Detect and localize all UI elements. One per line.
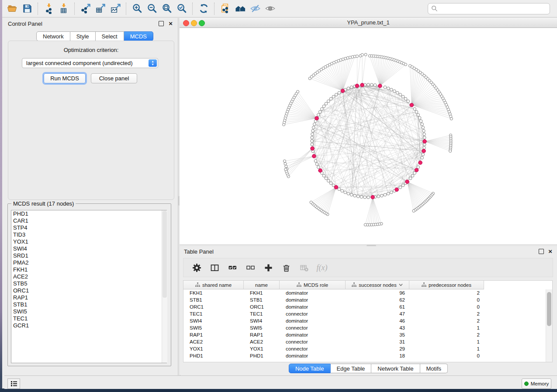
leaf-node[interactable] [310,201,312,203]
ring-node[interactable] [329,182,332,185]
ring-node[interactable] [350,86,353,89]
float-icon[interactable] [539,249,544,254]
tab-mcds[interactable]: MCDS [124,31,153,41]
mcds-result-item[interactable]: ORC1 [11,287,166,294]
close-panel-button[interactable]: Close panel [91,73,137,83]
mcds-list-scrollbar-thumb[interactable] [163,211,167,298]
zoom-out-button[interactable] [145,2,159,15]
ring-node[interactable] [311,140,314,143]
leaf-node[interactable] [450,117,453,120]
leaf-node[interactable] [412,210,415,212]
refresh-button[interactable] [196,2,211,15]
ring-node[interactable] [317,113,320,117]
ring-node[interactable] [315,163,318,166]
ring-node[interactable] [387,87,390,90]
leaf-node[interactable] [404,63,407,66]
ring-node[interactable] [401,95,405,98]
ring-node[interactable] [363,196,367,199]
ring-node[interactable] [419,120,422,123]
tab-network-table[interactable]: Network Table [371,364,420,373]
mcds-result-item[interactable]: PMA2 [11,259,166,266]
ring-node[interactable] [401,184,405,187]
duplicate-network-button[interactable] [218,2,233,15]
ring-node[interactable] [393,90,396,93]
zoom-fit-button[interactable] [159,2,174,15]
mcds-node[interactable] [312,154,316,158]
ring-node[interactable] [312,126,315,129]
ring-node[interactable] [347,192,350,195]
column-header-MCDS-role[interactable]: MCDS role [280,281,346,289]
ring-node[interactable] [423,146,426,149]
import-table-button[interactable] [56,2,71,15]
ring-node[interactable] [311,129,315,132]
mcds-result-item[interactable]: STB5 [11,280,166,287]
hide-selected-button[interactable] [248,2,263,15]
panel-menu-button[interactable] [7,378,20,389]
ring-node[interactable] [367,83,370,86]
table-row[interactable]: FKH1FKH1dominator962 [183,289,552,296]
zoom-in-button[interactable] [130,2,145,15]
ring-node[interactable] [413,107,416,110]
tab-network[interactable]: Network [36,31,70,41]
ring-node[interactable] [341,189,344,193]
ring-node[interactable] [350,193,353,196]
close-icon[interactable]: × [169,21,173,26]
mcds-result-list[interactable]: PHD1CAR1STP4TID3YOX1SWI4SRD1PMA2FKH1ACE2… [11,210,167,363]
mcds-node[interactable] [334,186,338,189]
ring-node[interactable] [417,113,420,117]
mcds-node[interactable] [341,89,345,93]
mcds-result-item[interactable]: STP4 [11,224,166,231]
table-row[interactable]: SWI4SWI4dominator462 [183,317,552,324]
first-neighbors-button[interactable] [233,2,248,15]
tab-node-table[interactable]: Node Table [289,364,331,373]
ring-node[interactable] [396,91,399,94]
column-header-predecessor-nodes[interactable]: predecessor nodes [409,281,484,289]
column-header-name[interactable]: name [244,281,280,289]
gear-button[interactable] [191,262,202,273]
mcds-node[interactable] [405,180,409,184]
leaf-node[interactable] [364,53,367,56]
mcds-result-item[interactable]: SWI5 [11,308,166,315]
import-network-button[interactable] [42,2,56,15]
leaf-node[interactable] [356,55,358,58]
mcds-result-item[interactable]: CAR1 [11,217,166,224]
ring-node[interactable] [322,174,325,177]
save-session-button[interactable] [20,2,35,15]
ring-node[interactable] [317,166,320,169]
ring-node[interactable] [387,192,390,195]
mcds-node[interactable] [378,84,382,88]
table-row[interactable]: TEC1TEC1connector472 [183,310,552,317]
mcds-node[interactable] [355,84,359,88]
run-mcds-button[interactable]: Run MCDS [44,73,86,83]
leaf-node[interactable] [285,165,287,168]
mcds-list-scrollbar[interactable] [162,210,167,363]
network-view-canvas[interactable] [180,28,557,244]
columns-button[interactable] [209,262,220,273]
mcds-node[interactable] [318,168,322,172]
leaf-node[interactable] [297,90,299,93]
select-all-button[interactable] [227,262,238,273]
deselect-all-button[interactable] [245,262,256,273]
ring-node[interactable] [311,133,314,136]
mcds-result-item[interactable]: GCR1 [11,322,166,329]
leaf-node[interactable] [361,53,363,56]
table-row[interactable]: YOX1YOX1connector291 [183,345,552,352]
mcds-result-item[interactable]: ACE2 [11,273,166,280]
leaf-node[interactable] [284,162,287,165]
ring-node[interactable] [390,191,393,194]
ring-node[interactable] [384,193,387,196]
ring-node[interactable] [422,153,425,156]
memory-button[interactable]: Memory [522,378,551,389]
ring-node[interactable] [390,88,393,91]
mcds-result-item[interactable]: SWI4 [11,245,166,252]
ring-node[interactable] [325,177,328,180]
table-row[interactable]: RAP1RAP1dominator352 [183,331,552,338]
table-row[interactable]: ORC1ORC1dominator610 [183,303,552,310]
leaf-node[interactable] [283,160,286,162]
show-all-button[interactable] [263,2,277,15]
mcds-result-item[interactable]: YOX1 [11,238,166,245]
ring-node[interactable] [327,179,330,182]
mcds-node[interactable] [360,83,364,87]
mcds-node[interactable] [419,161,422,165]
ring-node[interactable] [367,196,370,199]
